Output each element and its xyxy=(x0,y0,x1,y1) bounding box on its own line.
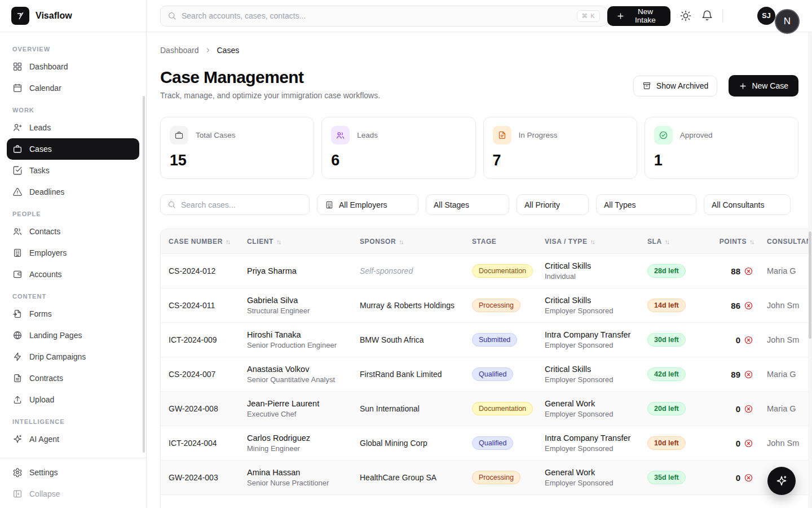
global-search-input[interactable] xyxy=(182,11,572,20)
filter-dropdown-all-employers[interactable]: All Employers xyxy=(317,194,418,215)
avatar[interactable]: N xyxy=(775,9,800,34)
sidebar-scrollbar[interactable] xyxy=(143,96,145,453)
sponsor: Self-sponsored xyxy=(360,266,472,275)
table-row[interactable]: GW-2024-003 Amina Hassan Senior Nurse Pr… xyxy=(161,461,812,495)
sidebar-item-cases[interactable]: Cases xyxy=(7,138,139,160)
sidebar-item-contracts[interactable]: Contracts xyxy=(7,367,139,389)
stage-badge: Qualified xyxy=(472,436,513,450)
ai-assistant-fab[interactable] xyxy=(767,467,796,495)
stat-label: Leads xyxy=(357,131,378,139)
filter-dropdown-all-consultants[interactable]: All Consultants xyxy=(704,194,791,215)
table-row[interactable]: Lisa Ch Critical Skills xyxy=(161,495,812,508)
notifications-bell-icon[interactable] xyxy=(701,10,713,22)
sidebar-item-calendar[interactable]: Calendar xyxy=(7,77,139,99)
new-intake-button[interactable]: New Intake xyxy=(607,6,670,26)
stage-cell: Processing xyxy=(472,471,545,484)
sort-icon: ↑↓ xyxy=(590,238,594,245)
sidebar-item-settings[interactable]: Settings xyxy=(7,462,139,483)
page-scrollbar-thumb[interactable] xyxy=(809,231,811,339)
points-value: 0 xyxy=(736,473,740,483)
sidebar-item-drip-campaigns[interactable]: Drip Campaigns xyxy=(7,346,139,367)
page-scrollbar[interactable] xyxy=(808,32,812,508)
file-icon xyxy=(493,126,511,144)
circle-x-icon xyxy=(744,301,753,310)
sidebar-section-label-work: WORK xyxy=(12,107,134,113)
sla-badge: 35d left xyxy=(647,471,686,484)
filter-dropdown-all-types[interactable]: All Types xyxy=(596,194,696,215)
show-archived-button[interactable]: Show Archived xyxy=(633,76,718,97)
archive-icon xyxy=(642,81,651,90)
points-value: 89 xyxy=(731,370,740,379)
sidebar-item-collapse[interactable]: Collapse xyxy=(7,483,139,505)
user-plus-icon xyxy=(12,122,23,133)
sidebar-item-contacts[interactable]: Contacts xyxy=(7,221,139,242)
page-title: Case Management xyxy=(160,68,380,87)
main-content: Dashboard Cases Case Management Track, m… xyxy=(147,32,812,508)
column-header-sla[interactable]: SLA↑↓ xyxy=(647,238,714,246)
sidebar-item-dashboard[interactable]: Dashboard xyxy=(7,56,139,77)
column-header-stage: STAGE xyxy=(472,238,545,246)
file-text-icon xyxy=(12,373,23,383)
visa-sponsorship: Employer Sponsored xyxy=(545,306,641,315)
chevron-down-icon xyxy=(681,201,689,209)
wallet-icon xyxy=(12,269,23,279)
filter-dropdown-all-priority[interactable]: All Priority xyxy=(517,194,589,215)
sidebar-item-landing-pages[interactable]: Landing Pages xyxy=(7,325,139,346)
case-number: GW-2024-008 xyxy=(169,404,247,413)
stage-cell: Documentation xyxy=(472,402,545,415)
column-header-client[interactable]: CLIENT↑↓ xyxy=(247,238,360,246)
global-search: ⌘ K xyxy=(160,6,607,27)
globe-icon xyxy=(12,330,23,340)
sponsor: Murray & Roberts Holdings xyxy=(360,301,472,310)
sponsor: HealthCare Group SA xyxy=(360,473,472,482)
sidebar-item-upload[interactable]: Upload xyxy=(7,389,139,410)
client-cell: Gabriela Silva Structural Engineer xyxy=(247,296,360,315)
sidebar-item-tasks[interactable]: Tasks xyxy=(7,160,139,181)
sidebar-item-forms[interactable]: Forms xyxy=(7,303,139,325)
points-cell: 88 xyxy=(714,266,758,276)
new-case-button[interactable]: New Case xyxy=(729,75,798,97)
avatar[interactable]: SJ xyxy=(757,7,775,25)
visa-sponsorship: Employer Sponsored xyxy=(545,341,641,349)
client-role: Senior Nurse Practitioner xyxy=(247,479,353,487)
cases-table: CASE NUMBER↑↓CLIENT↑↓SPONSOR↑↓STAGEVISA … xyxy=(160,229,812,508)
table-row[interactable]: CS-2024-012 Priya Sharma Self-sponsored … xyxy=(161,254,812,288)
stage-cell: Qualified xyxy=(472,367,545,381)
table-row[interactable]: CS-2024-011 Gabriela Silva Structural En… xyxy=(161,288,812,323)
circle-x-icon xyxy=(744,439,753,448)
sparkles-icon xyxy=(12,434,23,444)
visa-type: Critical Skills xyxy=(545,365,641,374)
table-row[interactable]: CS-2024-007 Anastasia Volkov Senior Quan… xyxy=(161,357,812,392)
visa-cell: Critical Skills Employer Sponsored xyxy=(545,296,647,315)
sidebar-item-employers[interactable]: Employers xyxy=(7,242,139,264)
theme-toggle-sun-icon[interactable] xyxy=(679,10,692,22)
filter-dropdown-all-stages[interactable]: All Stages xyxy=(426,194,509,215)
sla-cell: 42d left xyxy=(647,367,714,381)
client-cell: Hiroshi Tanaka Senior Production Enginee… xyxy=(247,330,360,349)
table-row[interactable]: ICT-2024-009 Hiroshi Tanaka Senior Produ… xyxy=(161,323,812,357)
sidebar-item-leads[interactable]: Leads xyxy=(7,117,139,138)
sidebar-item-deadlines[interactable]: Deadlines xyxy=(7,181,139,203)
column-header-points[interactable]: POINTS↑↓ xyxy=(714,238,758,246)
table-row[interactable]: ICT-2024-004 Carlos Rodriguez Mining Eng… xyxy=(161,426,812,461)
grid-icon xyxy=(12,62,23,72)
table-row[interactable]: GW-2024-008 Jean-Pierre Laurent Executiv… xyxy=(161,392,812,426)
circle-x-icon xyxy=(744,370,753,379)
client-cell: Priya Sharma xyxy=(247,266,360,275)
breadcrumb: Dashboard Cases xyxy=(160,46,798,55)
column-header-case-number[interactable]: CASE NUMBER↑↓ xyxy=(169,238,247,246)
breadcrumb-dashboard[interactable]: Dashboard xyxy=(160,46,199,55)
column-header-sponsor[interactable]: SPONSOR↑↓ xyxy=(360,238,472,246)
column-header-visa-type[interactable]: VISA / TYPE↑↓ xyxy=(545,238,647,246)
chevron-down-icon xyxy=(493,201,501,209)
sla-badge: 30d left xyxy=(647,333,686,347)
sidebar-item-ai-agent[interactable]: AI Agent xyxy=(7,428,139,450)
sla-badge: 28d left xyxy=(647,264,686,278)
case-search-input[interactable] xyxy=(181,200,302,209)
plus-icon xyxy=(616,12,625,20)
sidebar-item-accounts[interactable]: Accounts xyxy=(7,264,139,285)
sidebar-nav: OVERVIEWDashboardCalendarWORKLeadsCasesT… xyxy=(0,32,146,458)
sla-cell: 14d left xyxy=(647,299,714,312)
visa-cell: General Work Employer Sponsored xyxy=(545,399,647,418)
briefcase-icon xyxy=(12,144,23,154)
